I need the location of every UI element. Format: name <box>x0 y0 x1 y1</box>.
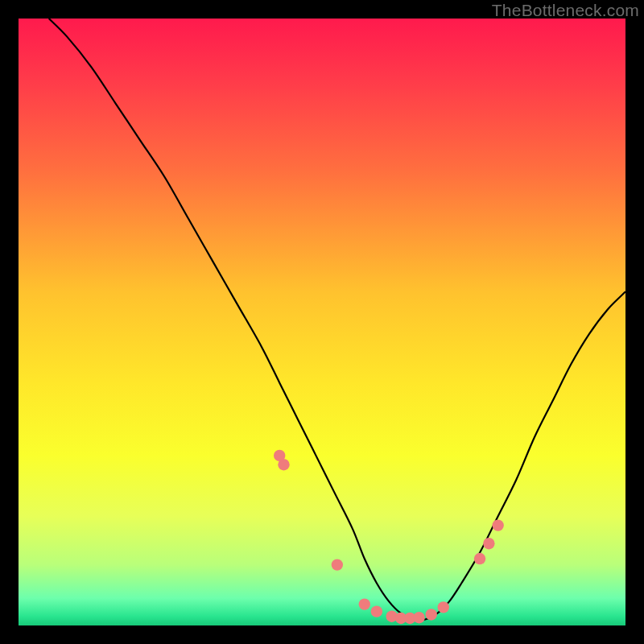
curve-marker <box>492 519 503 530</box>
curve-marker <box>438 601 449 613</box>
curve-marker <box>474 553 485 564</box>
chart-frame <box>19 19 625 625</box>
curve-marker <box>483 538 494 549</box>
curve-marker <box>278 459 289 470</box>
curve-marker <box>426 609 437 620</box>
watermark-text: TheBottleneck.com <box>492 1 639 20</box>
curve-marker <box>332 559 343 570</box>
curve-marker <box>359 598 370 609</box>
plot-background <box>19 19 625 625</box>
curve-marker <box>371 605 382 617</box>
curve-marker <box>413 612 424 623</box>
bottleneck-chart <box>19 19 625 625</box>
